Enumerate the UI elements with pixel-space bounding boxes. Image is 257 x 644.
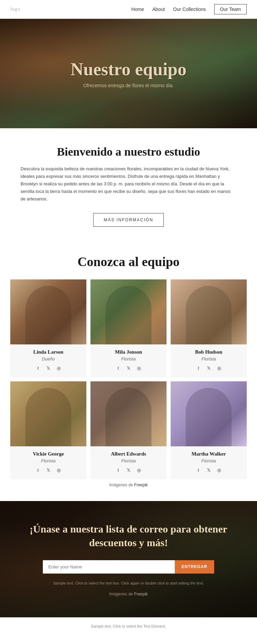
newsletter-freepik: Imágenes de Freepik [109,592,148,596]
newsletter-section: ¡Únase a nuestra lista de correo para ob… [0,501,257,617]
instagram-icon[interactable]: ◎ [135,365,142,372]
team-member-name: Bob Hudson [174,349,243,355]
team-card-info: Mila Jonson Florista f 𝕏 ◎ [90,344,167,377]
person-body [25,388,71,446]
team-card-info: Albert Edwards Florista f 𝕏 ◎ [90,446,167,479]
person-silhouette [90,279,167,344]
newsletter-form: ENTREGAR [43,560,214,574]
person-silhouette [10,279,86,344]
team-photo-mila [90,279,167,344]
instagram-icon[interactable]: ◎ [55,365,62,372]
welcome-title: Bienvenido a nuestro estudio [21,145,236,158]
twitter-icon[interactable]: 𝕏 [205,467,212,474]
team-card: Vickie George Florista f 𝕏 ◎ [10,381,86,479]
team-member-name: Linda Larson [14,349,83,355]
person-silhouette [90,381,167,446]
team-card: Linda Larson Dueño f 𝕏 ◎ [10,279,86,377]
team-card: Martha Walker Florista f 𝕏 ◎ [171,381,247,479]
team-card: Bob Hudson Florista f 𝕏 ◎ [171,279,247,377]
person-silhouette [10,381,86,446]
person-body [25,286,71,344]
freepik-link[interactable]: Freepik [134,483,148,487]
hero-section: Nuestro equipo Ofrecemos entrega de flor… [0,19,257,128]
team-section: Conozca al equipo Linda Larson Dueño f 𝕏… [0,237,257,501]
facebook-icon[interactable]: f [35,365,41,372]
footer-sample-text: Sample text. Click to select the Text El… [0,617,257,635]
team-grid: Linda Larson Dueño f 𝕏 ◎ Mila Jonson Flo… [10,279,247,479]
instagram-icon[interactable]: ◎ [55,467,62,474]
navbar: logo Home About Our Collections Our Team [0,0,257,19]
team-socials: f 𝕏 ◎ [174,467,243,474]
team-member-role: Florista [174,458,243,463]
newsletter-sample-text: Sample text. Click to select the text bo… [53,580,204,587]
team-member-name: Albert Edwards [94,451,163,457]
team-photo-vickie [10,381,86,446]
newsletter-submit-btn[interactable]: ENTREGAR [175,560,214,574]
twitter-icon[interactable]: 𝕏 [125,467,132,474]
instagram-icon[interactable]: ◎ [216,467,222,474]
person-silhouette [171,279,247,344]
team-socials: f 𝕏 ◎ [94,365,163,372]
nav-links: Home About Our Collections Our Team [131,4,247,14]
team-member-name: Mila Jonson [94,349,163,355]
person-body [186,286,231,344]
team-socials: f 𝕏 ◎ [94,467,163,474]
more-info-button[interactable]: MÁS INFORMACIÓN [93,213,164,227]
person-body [106,286,151,344]
welcome-section: Bienvenido a nuestro estudio Descubra la… [0,128,257,237]
team-member-name: Martha Walker [174,451,243,457]
team-socials: f 𝕏 ◎ [14,365,83,372]
team-card-info: Linda Larson Dueño f 𝕏 ◎ [10,344,86,377]
team-member-role: Florista [94,458,163,463]
team-photo-bob [171,279,247,344]
nav-home[interactable]: Home [131,6,144,12]
twitter-icon[interactable]: 𝕏 [45,467,52,474]
person-body [106,388,151,446]
team-card: Mila Jonson Florista f 𝕏 ◎ [90,279,167,377]
team-member-name: Vickie George [14,451,83,457]
team-card-info: Vickie George Florista f 𝕏 ◎ [10,446,86,479]
team-card-info: Bob Hudson Florista f 𝕏 ◎ [171,344,247,377]
logo: logo [10,6,20,12]
instagram-icon[interactable]: ◎ [216,365,222,372]
team-title: Conozca al equipo [10,254,247,269]
newsletter-title: ¡Únase a nuestra lista de correo para ob… [27,522,230,550]
hero-subtitle: Ofrecemos entrega de flores el mismo día… [83,83,174,88]
team-card: Albert Edwards Florista f 𝕏 ◎ [90,381,167,479]
nav-collections[interactable]: Our Collections [173,6,206,12]
nav-team-btn[interactable]: Our Team [214,4,247,14]
team-member-role: Florista [14,458,83,463]
twitter-icon[interactable]: 𝕏 [205,365,212,372]
person-body [186,388,231,446]
team-photo-albert [90,381,167,446]
team-member-role: Dueño [14,356,83,362]
team-photo-martha [171,381,247,446]
facebook-icon[interactable]: f [195,467,202,474]
nav-about[interactable]: About [152,6,165,12]
twitter-icon[interactable]: 𝕏 [45,365,52,372]
team-socials: f 𝕏 ◎ [174,365,243,372]
twitter-icon[interactable]: 𝕏 [125,365,132,372]
facebook-icon[interactable]: f [35,467,41,474]
person-silhouette [171,381,247,446]
hero-title: Nuestro equipo [71,59,187,79]
newsletter-freepik-link[interactable]: Freepik [134,592,148,596]
team-photo-linda [10,279,86,344]
team-socials: f 𝕏 ◎ [14,467,83,474]
freepik-attribution: Imágenes de Freepik [10,479,247,494]
facebook-icon[interactable]: f [195,365,202,372]
facebook-icon[interactable]: f [115,365,122,372]
welcome-text: Descubra la exquisita belleza de nuestra… [21,165,236,203]
team-card-info: Martha Walker Florista f 𝕏 ◎ [171,446,247,479]
team-member-role: Florista [94,356,163,362]
instagram-icon[interactable]: ◎ [135,467,142,474]
newsletter-name-input[interactable] [43,560,175,574]
facebook-icon[interactable]: f [115,467,122,474]
team-member-role: Florista [174,356,243,362]
